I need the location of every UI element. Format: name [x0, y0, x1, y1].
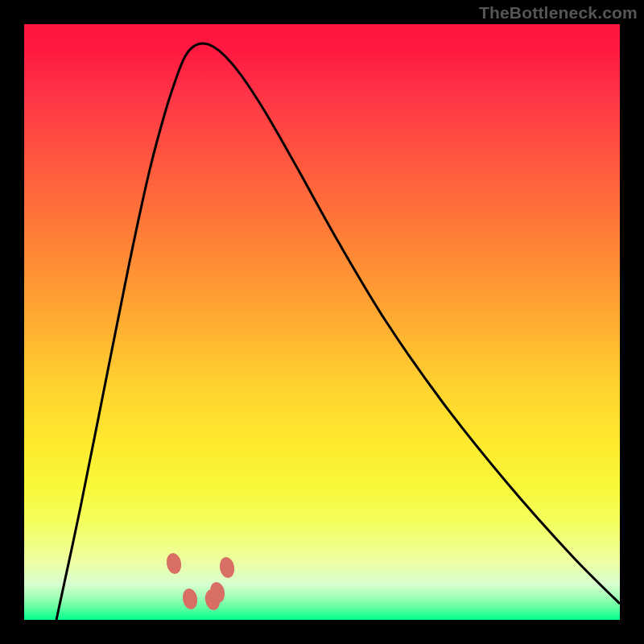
- marker-left-lower: [181, 588, 199, 611]
- marker-left-upper: [165, 552, 183, 576]
- marker-right-upper: [218, 556, 236, 580]
- curve-svg: [24, 24, 620, 620]
- chart-frame: TheBottleneck.com: [0, 0, 644, 644]
- plot-area: [24, 24, 620, 620]
- bottleneck-curve-path: [56, 43, 620, 620]
- marker-group: [165, 552, 236, 612]
- watermark-text: TheBottleneck.com: [479, 3, 638, 23]
